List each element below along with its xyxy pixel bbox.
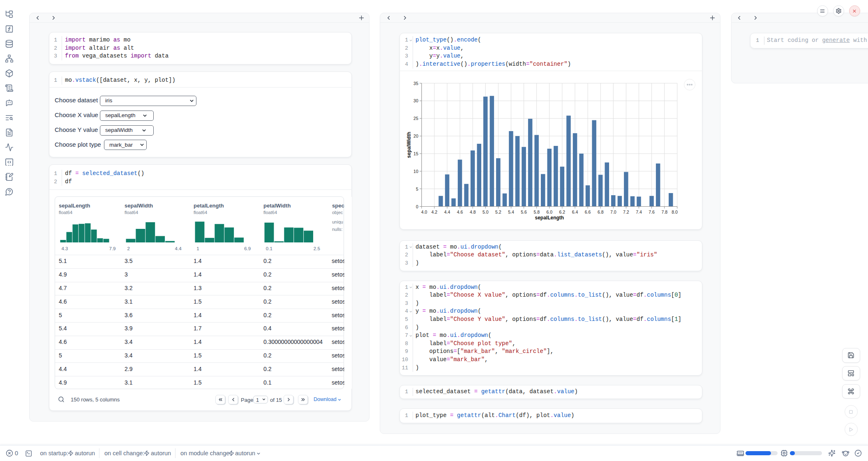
svg-text:8.0: 8.0 [672, 210, 678, 214]
svg-text:6.8: 6.8 [598, 210, 604, 214]
svg-text:5.0: 5.0 [482, 210, 489, 214]
svg-text:4.0: 4.0 [421, 210, 427, 214]
svg-text:4.6: 4.6 [457, 210, 463, 214]
svg-text:7.4: 7.4 [636, 210, 642, 214]
svg-text:sepalWidth: sepalWidth [406, 132, 412, 158]
svg-text:4.8: 4.8 [470, 210, 476, 214]
svg-text:sepalLength: sepalLength [535, 215, 564, 221]
svg-text:20: 20 [413, 134, 418, 138]
svg-text:35: 35 [413, 81, 418, 86]
svg-text:6.2: 6.2 [559, 210, 566, 214]
svg-text:10: 10 [413, 169, 418, 174]
svg-text:5.2: 5.2 [495, 210, 501, 214]
svg-text:7.2: 7.2 [623, 210, 629, 214]
svg-text:25: 25 [413, 116, 418, 121]
svg-text:15: 15 [413, 151, 418, 156]
svg-text:6.0: 6.0 [546, 210, 552, 214]
svg-text:5.8: 5.8 [533, 210, 540, 214]
svg-text:7.6: 7.6 [649, 210, 655, 214]
svg-text:30: 30 [413, 98, 418, 103]
svg-text:7.0: 7.0 [610, 210, 616, 214]
svg-text:0: 0 [416, 204, 418, 209]
svg-text:6.6: 6.6 [585, 210, 591, 214]
svg-text:7.8: 7.8 [661, 210, 667, 214]
svg-text:5.6: 5.6 [521, 210, 527, 214]
svg-text:6.4: 6.4 [572, 210, 578, 214]
svg-text:4.4: 4.4 [444, 210, 450, 214]
svg-text:4.2: 4.2 [432, 210, 438, 214]
svg-text:5.4: 5.4 [508, 210, 514, 214]
svg-text:5: 5 [416, 187, 418, 191]
